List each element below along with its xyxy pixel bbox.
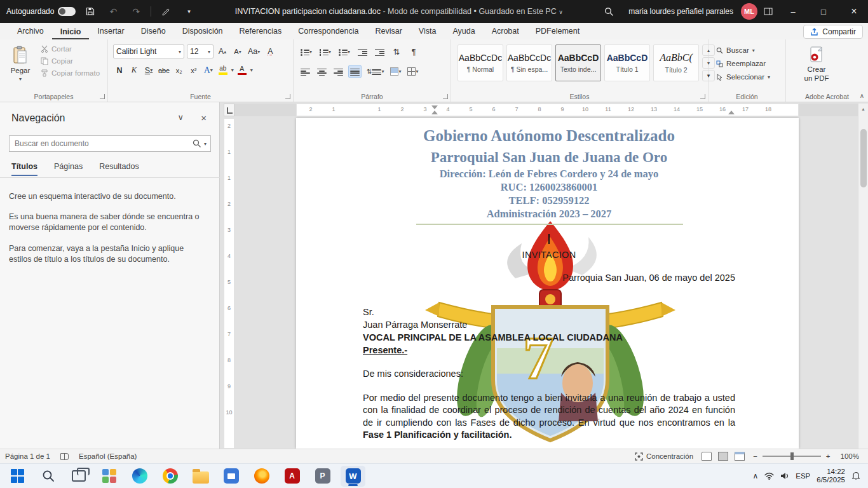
paragraph-dialog-launcher[interactable] [443,94,448,99]
document-page[interactable]: 7 Gobierno Autónomo Descentralizado Parr… [296,118,799,449]
bold-button[interactable]: N [113,64,126,77]
autosave-toggle[interactable]: Autoguardado [6,7,76,16]
language-indicator[interactable]: Español (España) [74,449,142,463]
sort-button[interactable]: ⇅ [390,45,403,58]
tab-acrobat[interactable]: Acrobat [484,24,527,39]
zoom-in-button[interactable]: + [826,449,836,463]
doc-recipient-role[interactable]: VOCAL PRINCIPAL DE LA ASAMBLEA LOCAL CIU… [363,331,735,344]
document-title[interactable]: INVITACION participacion ciudadana.doc -… [197,7,600,16]
empty-paragraph[interactable] [363,233,735,247]
shading-button[interactable]: ▾ [389,65,402,78]
start-button[interactable] [5,466,30,487]
highlight-dropdown-icon[interactable]: ▾ [231,67,234,73]
search-options-dropdown-icon[interactable]: ▾ [204,141,207,147]
nav-tab-titulos[interactable]: Títulos [11,162,37,176]
clipboard-dialog-launcher[interactable] [100,94,105,99]
zoom-out-button[interactable]: − [748,449,757,463]
tab-ayuda[interactable]: Ayuda [444,24,483,39]
subscript-button[interactable]: x₂ [173,64,186,77]
navigation-pane-menu-button[interactable]: ∨ [177,112,184,122]
read-mode-button[interactable] [702,452,712,461]
user-name[interactable]: maria lourdes peñafiel parrales [628,7,733,16]
doc-invitation-title[interactable]: INVITACION [363,250,735,260]
taskbar-search-button[interactable] [36,466,60,487]
strikethrough-button[interactable]: abc [157,64,171,77]
select-button[interactable]: Seleccionar ▾ [714,72,773,82]
font-dialog-launcher[interactable] [285,94,290,99]
taskbar-clock[interactable]: 14:22 6/5/2025 [817,468,845,484]
style-no-spacing[interactable]: AaBbCcDc ¶ Sin espa... [506,44,552,81]
align-left-button[interactable] [299,65,311,78]
multilevel-list-button[interactable]: ▾ [337,45,351,58]
tab-correspondencia[interactable]: Correspondencia [290,24,367,39]
vertical-scrollbar[interactable]: ▴ [858,104,868,449]
acrobat-icon[interactable]: A [280,466,304,487]
tab-insertar[interactable]: Insertar [89,24,132,39]
pdfelement-icon[interactable]: P [310,466,335,487]
zoom-slider[interactable] [763,456,821,457]
tab-diseno[interactable]: Diseño [133,24,174,39]
style-normal[interactable]: AaBbCcDc ¶ Normal [458,44,503,81]
focus-mode-button[interactable]: Concentración [630,449,698,463]
font-size-select[interactable]: 12 ▾ [187,44,214,58]
tray-chevron-up[interactable]: ∧ [752,471,758,480]
tab-disposicion[interactable]: Disposición [174,24,231,39]
tab-inicio[interactable]: Inicio [52,25,90,40]
minimize-button[interactable]: – [779,0,807,23]
tab-selector-box[interactable] [224,104,234,116]
decrease-indent-button[interactable] [356,45,369,58]
replace-button[interactable]: Reemplazar [714,58,773,69]
format-painter-button[interactable]: Copiar formato [38,68,102,78]
print-layout-button[interactable] [718,452,728,461]
nav-tab-paginas[interactable]: Páginas [54,162,83,176]
wifi-icon[interactable] [764,472,774,480]
highlight-color-button[interactable]: ab [217,64,229,77]
navigation-pane-close-button[interactable]: × [201,112,207,123]
align-center-button[interactable] [315,65,328,78]
first-line-indent-marker[interactable] [431,105,438,109]
style-titulo-2[interactable]: AaBbC( Título 2 [653,44,699,81]
justify-button[interactable] [348,65,362,78]
borders-button[interactable]: ▾ [406,65,419,78]
horizontal-ruler[interactable]: 21123456789101112131415161718 [224,104,858,116]
user-avatar[interactable]: ML [741,3,757,20]
search-icon[interactable] [193,139,201,148]
share-button[interactable]: Compartir [803,25,863,39]
font-color-button[interactable]: A [236,64,248,77]
scroll-up-button[interactable]: ▴ [858,104,868,114]
redo-button[interactable]: ↷ [128,3,144,20]
text-effects-button[interactable]: A▾ [202,64,215,77]
close-button[interactable]: × [840,0,868,23]
create-pdf-button[interactable]: Crear un PDF [797,42,836,81]
doc-salutation[interactable]: Sr. [363,306,735,318]
nav-tab-resultados[interactable]: Resultados [99,162,139,176]
zoom-slider-thumb[interactable] [790,452,794,460]
task-view-button[interactable] [66,466,91,487]
word-icon[interactable]: W [341,466,365,487]
increase-indent-button[interactable] [373,45,386,58]
find-button[interactable]: Buscar ▾ [714,45,773,55]
store-app-icon[interactable] [219,466,243,487]
numbering-button[interactable]: ▾ [318,45,332,58]
firefox-icon[interactable] [249,466,274,487]
chrome-icon[interactable] [158,466,182,487]
paste-button[interactable]: Pegar ▾ [5,42,36,82]
copy-button[interactable]: Copiar [38,56,102,66]
undo-button[interactable]: ↶ [105,3,121,20]
web-layout-button[interactable] [735,452,745,461]
draw-button[interactable] [158,3,174,20]
grow-font-button[interactable]: A▴ [216,45,229,58]
file-explorer-icon[interactable] [188,466,213,487]
zoom-level-button[interactable]: 100% [836,449,868,463]
right-indent-marker[interactable] [728,111,735,114]
navigation-search-input[interactable] [10,139,193,148]
ribbon-display-options-button[interactable] [760,3,776,20]
hanging-indent-marker[interactable] [431,111,438,114]
clear-formatting-button[interactable]: A [264,45,276,58]
volume-icon[interactable] [780,472,789,480]
style-titulo-1[interactable]: AaBbCcD Título 1 [604,44,650,81]
doc-recipient-name[interactable]: Juan Párraga Monserrate [363,318,735,331]
quick-access-menu-button[interactable]: ▾ [180,3,197,20]
notifications-bell[interactable] [851,471,860,480]
search-button[interactable] [600,3,617,20]
